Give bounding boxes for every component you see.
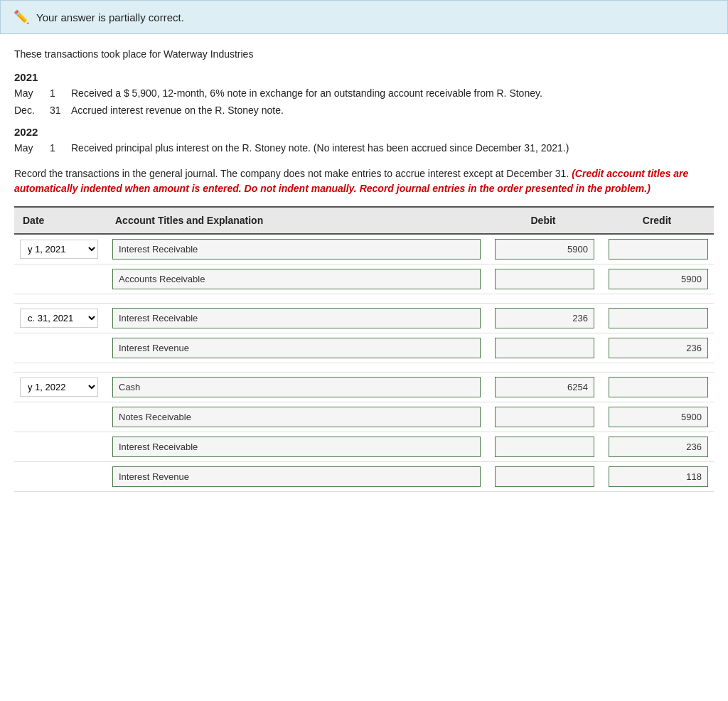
table-row: c. 31, 2021	[14, 304, 714, 333]
date-select-3[interactable]: c. 31, 2021	[20, 309, 98, 328]
date-cell-7	[14, 432, 107, 462]
account-input-1[interactable]	[112, 239, 481, 259]
credit-cell-2[interactable]	[600, 264, 714, 294]
credit-input-7[interactable]	[609, 437, 708, 457]
account-cell-4[interactable]	[107, 333, 486, 363]
date-cell-4	[14, 333, 107, 363]
account-input-6[interactable]	[112, 407, 481, 427]
account-input-2[interactable]	[112, 269, 481, 289]
year-2021: 2021 May 1 Received a $ 5,900, 12-month,…	[14, 71, 714, 116]
trans-month-dec: Dec.	[14, 105, 50, 116]
debit-input-5[interactable]	[495, 377, 594, 397]
transaction-may1-2022: May 1 Received principal plus interest o…	[14, 142, 714, 154]
credit-cell-5[interactable]	[600, 373, 714, 402]
debit-input-2[interactable]	[495, 269, 594, 289]
account-cell-2[interactable]	[107, 264, 486, 294]
date-cell-5[interactable]: y 1, 2022	[14, 373, 107, 402]
col-header-credit: Credit	[600, 207, 714, 234]
debit-input-8[interactable]	[495, 466, 594, 487]
date-select-1[interactable]: y 1, 2021	[20, 240, 98, 259]
trans-desc-may1: Received a $ 5,900, 12-month, 6% note in…	[71, 87, 714, 99]
table-row: y 1, 2022	[14, 373, 714, 402]
account-input-3[interactable]	[112, 308, 481, 328]
account-input-5[interactable]	[112, 377, 481, 397]
debit-input-6[interactable]	[495, 407, 594, 427]
credit-input-3[interactable]	[609, 308, 708, 328]
credit-cell-1[interactable]	[600, 234, 714, 264]
account-cell-3[interactable]	[107, 304, 486, 333]
credit-input-5[interactable]	[609, 377, 708, 397]
table-row	[14, 264, 714, 294]
year-heading-2021: 2021	[14, 71, 714, 83]
debit-input-1[interactable]	[495, 239, 594, 259]
transaction-may1: May 1 Received a $ 5,900, 12-month, 6% n…	[14, 87, 714, 99]
account-input-8[interactable]	[112, 466, 481, 487]
debit-input-7[interactable]	[495, 437, 594, 457]
credit-input-1[interactable]	[609, 239, 708, 259]
debit-cell-1[interactable]	[486, 234, 600, 264]
instructions-text: Record the transactions in the general j…	[14, 168, 569, 179]
col-header-date: Date	[14, 207, 107, 234]
credit-cell-4[interactable]	[600, 333, 714, 363]
table-row: y 1, 2021	[14, 234, 714, 264]
row-spacer	[14, 294, 714, 304]
date-cell-6	[14, 402, 107, 432]
account-cell-8[interactable]	[107, 462, 486, 492]
date-cell-3[interactable]: c. 31, 2021	[14, 304, 107, 333]
table-row	[14, 402, 714, 432]
trans-day-1: 1	[50, 87, 71, 99]
trans-desc-dec31: Accrued interest revenue on the R. Stone…	[71, 105, 714, 116]
year-heading-2022: 2022	[14, 126, 714, 138]
pencil-icon: ✏️	[14, 9, 29, 25]
credit-input-6[interactable]	[609, 407, 708, 427]
row-spacer	[14, 363, 714, 373]
debit-cell-4[interactable]	[486, 333, 600, 363]
table-row	[14, 462, 714, 492]
debit-cell-8[interactable]	[486, 462, 600, 492]
credit-cell-8[interactable]	[600, 462, 714, 492]
credit-cell-6[interactable]	[600, 402, 714, 432]
credit-input-4[interactable]	[609, 338, 708, 358]
trans-day-31: 31	[50, 105, 71, 116]
account-cell-7[interactable]	[107, 432, 486, 462]
credit-cell-7[interactable]	[600, 432, 714, 462]
debit-input-3[interactable]	[495, 308, 594, 328]
account-input-4[interactable]	[112, 338, 481, 358]
debit-cell-3[interactable]	[486, 304, 600, 333]
date-cell-1[interactable]: y 1, 2021	[14, 234, 107, 264]
account-cell-1[interactable]	[107, 234, 486, 264]
trans-day-1-2022: 1	[50, 142, 71, 154]
trans-desc-may1-2022: Received principal plus interest on the …	[71, 142, 714, 154]
debit-cell-5[interactable]	[486, 373, 600, 402]
table-row	[14, 432, 714, 462]
intro-text: These transactions took place for Waterw…	[14, 48, 714, 60]
transaction-dec31: Dec. 31 Accrued interest revenue on the …	[14, 105, 714, 116]
col-header-account: Account Titles and Explanation	[107, 207, 486, 234]
account-cell-6[interactable]	[107, 402, 486, 432]
table-row	[14, 333, 714, 363]
instructions-block: Record the transactions in the general j…	[14, 166, 714, 196]
credit-input-2[interactable]	[609, 269, 708, 289]
col-header-debit: Debit	[486, 207, 600, 234]
date-cell-8	[14, 462, 107, 492]
debit-input-4[interactable]	[495, 338, 594, 358]
debit-cell-6[interactable]	[486, 402, 600, 432]
date-cell-2	[14, 264, 107, 294]
credit-input-8[interactable]	[609, 466, 708, 487]
credit-cell-3[interactable]	[600, 304, 714, 333]
journal-table: Date Account Titles and Explanation Debi…	[14, 206, 714, 492]
trans-month-may2022: May	[14, 142, 50, 154]
year-2022: 2022 May 1 Received principal plus inter…	[14, 126, 714, 154]
debit-cell-7[interactable]	[486, 432, 600, 462]
trans-month-may: May	[14, 87, 50, 99]
account-cell-5[interactable]	[107, 373, 486, 402]
alert-banner: ✏️ Your answer is partially correct.	[0, 0, 728, 34]
alert-message: Your answer is partially correct.	[36, 11, 184, 23]
debit-cell-2[interactable]	[486, 264, 600, 294]
account-input-7[interactable]	[112, 437, 481, 457]
date-select-5[interactable]: y 1, 2022	[20, 378, 98, 397]
